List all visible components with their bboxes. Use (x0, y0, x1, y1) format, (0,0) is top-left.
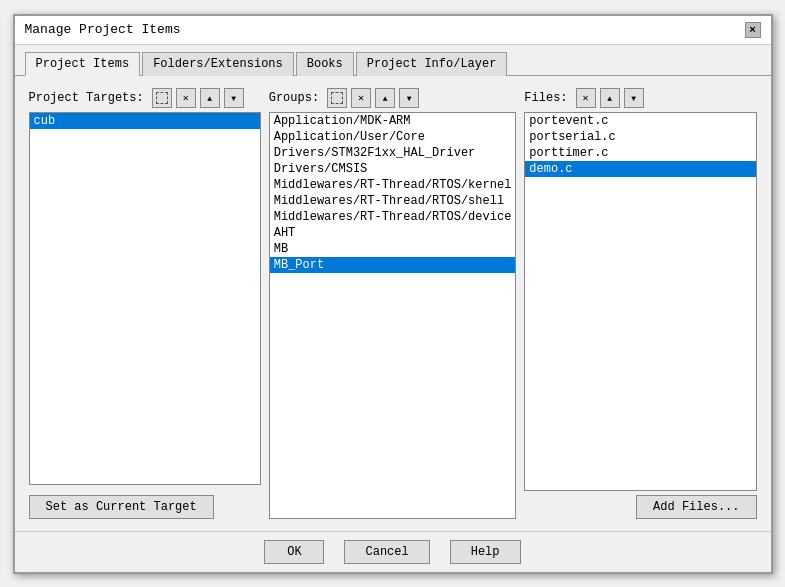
targets-bottom: Set as Current Target (29, 495, 261, 519)
targets-delete-button[interactable] (176, 88, 196, 108)
list-item[interactable]: Drivers/CMSIS (270, 161, 516, 177)
list-item[interactable]: Application/User/Core (270, 129, 516, 145)
files-down-button[interactable] (624, 88, 644, 108)
down-group-icon (407, 92, 412, 104)
list-item[interactable]: MB (270, 241, 516, 257)
list-item[interactable]: Middlewares/RT-Thread/RTOS/device (270, 209, 516, 225)
close-button[interactable]: × (745, 22, 761, 38)
targets-new-button[interactable] (152, 88, 172, 108)
groups-panel-header: Groups: (269, 88, 517, 108)
set-as-current-target-button[interactable]: Set as Current Target (29, 495, 214, 519)
targets-listbox[interactable]: cub (29, 112, 261, 485)
list-item[interactable]: portserial.c (525, 129, 755, 145)
add-files-wrapper: Add Files... (524, 495, 756, 519)
close-icon: × (749, 24, 756, 36)
tab-project-items[interactable]: Project Items (25, 52, 141, 76)
groups-down-button[interactable] (399, 88, 419, 108)
targets-panel: Project Targets: cub (29, 88, 261, 519)
groups-new-button[interactable] (327, 88, 347, 108)
delete-group-icon (358, 92, 364, 104)
up-file-icon (607, 92, 612, 104)
files-delete-button[interactable] (576, 88, 596, 108)
new-target-icon (156, 92, 168, 104)
list-item[interactable]: AHT (270, 225, 516, 241)
down-file-icon (631, 92, 636, 104)
panels-row: Project Targets: cub (29, 88, 757, 519)
up-group-icon (383, 92, 388, 104)
files-listbox[interactable]: portevent.cportserial.cporttimer.cdemo.c (524, 112, 756, 491)
title-bar: Manage Project Items × (15, 16, 771, 45)
list-item[interactable]: Application/MDK-ARM (270, 113, 516, 129)
list-item[interactable]: portevent.c (525, 113, 755, 129)
files-up-button[interactable] (600, 88, 620, 108)
content-area: Project Targets: cub (15, 76, 771, 531)
footer: OK Cancel Help (15, 531, 771, 572)
ok-button[interactable]: OK (264, 540, 324, 564)
tab-books[interactable]: Books (296, 52, 354, 76)
cancel-button[interactable]: Cancel (344, 540, 429, 564)
tabs-bar: Project Items Folders/Extensions Books P… (15, 45, 771, 76)
list-item[interactable]: Drivers/STM32F1xx_HAL_Driver (270, 145, 516, 161)
targets-up-button[interactable] (200, 88, 220, 108)
targets-panel-header: Project Targets: (29, 88, 261, 108)
groups-label: Groups: (269, 91, 319, 105)
manage-project-items-dialog: Manage Project Items × Project Items Fol… (13, 14, 773, 574)
tab-project-info-layer[interactable]: Project Info/Layer (356, 52, 508, 76)
files-panel: Files: portevent.cportserial.cporttimer.… (524, 88, 756, 519)
delete-target-icon (183, 92, 189, 104)
delete-file-icon (583, 92, 589, 104)
groups-panel: Groups: Application/MDK-ARMApplica (269, 88, 517, 519)
groups-delete-button[interactable] (351, 88, 371, 108)
new-group-icon (331, 92, 343, 104)
list-item[interactable]: cub (30, 113, 260, 129)
files-panel-header: Files: (524, 88, 756, 108)
files-label: Files: (524, 91, 567, 105)
list-item[interactable]: porttimer.c (525, 145, 755, 161)
targets-down-button[interactable] (224, 88, 244, 108)
list-item[interactable]: Middlewares/RT-Thread/RTOS/shell (270, 193, 516, 209)
targets-label: Project Targets: (29, 91, 144, 105)
tab-folders-extensions[interactable]: Folders/Extensions (142, 52, 294, 76)
help-button[interactable]: Help (450, 540, 521, 564)
down-target-icon (231, 92, 236, 104)
add-files-button[interactable]: Add Files... (636, 495, 756, 519)
groups-up-button[interactable] (375, 88, 395, 108)
list-item[interactable]: demo.c (525, 161, 755, 177)
dialog-title: Manage Project Items (25, 22, 181, 37)
list-item[interactable]: MB_Port (270, 257, 516, 273)
up-target-icon (207, 92, 212, 104)
groups-listbox[interactable]: Application/MDK-ARMApplication/User/Core… (269, 112, 517, 519)
list-item[interactable]: Middlewares/RT-Thread/RTOS/kernel (270, 177, 516, 193)
